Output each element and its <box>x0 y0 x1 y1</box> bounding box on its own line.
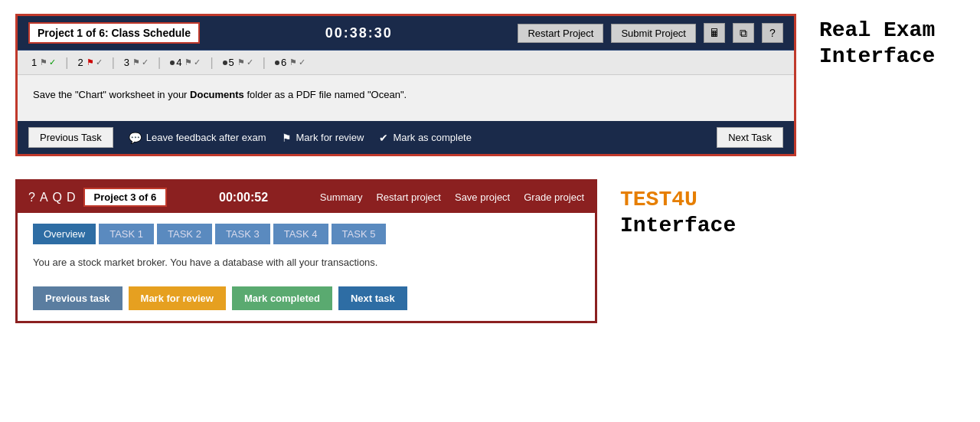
help-icon[interactable]: ? <box>762 23 783 43</box>
exam-footer: Previous Task 💬 Leave feedback after exa… <box>18 121 794 154</box>
t4u-save-link[interactable]: Save project <box>455 191 510 203</box>
t4u-question-icon[interactable]: ? <box>28 191 35 204</box>
t4u-tab-task3[interactable]: TASK 3 <box>215 224 270 244</box>
exam-tab-6[interactable]: 6 ⚑ ✓ <box>269 55 312 70</box>
tab5-dot <box>223 61 227 65</box>
tab6-flag-icon: ⚑ <box>289 57 297 67</box>
t4u-next-task-button[interactable]: Next task <box>338 286 407 310</box>
feedback-icon: 💬 <box>129 132 142 144</box>
t4u-a-icon[interactable]: A <box>40 191 48 204</box>
next-task-button[interactable]: Next Task <box>717 127 783 148</box>
test4u-panel: ? A Q D Project 3 of 6 00:00:52 Summary … <box>15 179 597 323</box>
exam-task-content: Save the "Chart" worksheet in your Docum… <box>18 75 794 121</box>
exam-task-tabs: 1 ⚑ ✓ | 2 ⚑ ✓ | 3 ⚑ ✓ <box>18 51 794 75</box>
tab2-check-icon: ✓ <box>96 57 103 67</box>
flag-icon: ⚑ <box>282 132 292 144</box>
tab4-flag-icon: ⚑ <box>185 57 192 67</box>
tab4-dot <box>170 61 175 65</box>
test4u-label: TEST4U Interface <box>620 187 736 238</box>
leave-feedback-action[interactable]: 💬 Leave feedback after exam <box>129 132 266 144</box>
exam-tab-1[interactable]: 1 ⚑ ✓ <box>25 55 62 70</box>
t4u-tab-task1[interactable]: TASK 1 <box>99 224 154 244</box>
t4u-mark-review-button[interactable]: Mark for review <box>129 286 226 310</box>
exam-tab-4[interactable]: 4 ⚑ ✓ <box>164 55 207 70</box>
t4u-restart-link[interactable]: Restart project <box>376 191 441 203</box>
tab1-check-icon: ✓ <box>49 57 56 67</box>
exam-tab-3[interactable]: 3 ⚑ ✓ <box>118 55 155 70</box>
real-exam-label: Real Exam Interface <box>819 18 935 69</box>
calculator-icon[interactable]: 🖩 <box>704 23 725 43</box>
real-exam-panel: Project 1 of 6: Class Schedule 00:38:30 … <box>15 14 796 156</box>
submit-project-button[interactable]: Submit Project <box>611 24 696 43</box>
tab6-check-icon: ✓ <box>299 57 305 67</box>
checkmark-icon: ✔ <box>379 132 388 144</box>
exam-header: Project 1 of 6: Class Schedule 00:38:30 … <box>18 16 794 51</box>
tab1-flag-icon: ⚑ <box>40 57 47 67</box>
mark-review-action[interactable]: ⚑ Mark for review <box>282 132 364 144</box>
t4u-summary-link[interactable]: Summary <box>320 191 363 203</box>
tab6-dot <box>275 61 279 65</box>
t4u-grade-link[interactable]: Grade project <box>524 191 584 203</box>
t4u-header: ? A Q D Project 3 of 6 00:00:52 Summary … <box>18 182 595 213</box>
t4u-footer: Previous task Mark for review Mark compl… <box>33 286 580 310</box>
t4u-tab-task5[interactable]: TASK 5 <box>332 224 387 244</box>
exam-tab-5[interactable]: 5 ⚑ ✓ <box>217 55 260 70</box>
t4u-d-icon[interactable]: D <box>67 191 76 204</box>
t4u-tab-task2[interactable]: TASK 2 <box>157 224 212 244</box>
tab2-flag-icon: ⚑ <box>87 57 94 67</box>
t4u-prev-task-button[interactable]: Previous task <box>33 286 122 310</box>
tab5-check-icon: ✓ <box>247 57 253 67</box>
tab4-check-icon: ✓ <box>194 57 201 67</box>
tab5-flag-icon: ⚑ <box>237 57 245 67</box>
tab3-flag-icon: ⚑ <box>132 57 140 67</box>
t4u-body: Overview TASK 1 TASK 2 TASK 3 TASK 4 TAS… <box>18 213 595 321</box>
copy-icon[interactable]: ⧉ <box>733 23 754 43</box>
tab3-check-icon: ✓ <box>142 57 149 67</box>
exam-timer: 00:38:30 <box>207 25 511 41</box>
mark-complete-action[interactable]: ✔ Mark as complete <box>379 132 472 144</box>
t4u-tab-overview[interactable]: Overview <box>33 224 96 244</box>
t4u-project-title: Project 3 of 6 <box>83 188 168 207</box>
t4u-icon-bar: ? A Q D <box>28 191 76 204</box>
t4u-content-text: You are a stock market broker. You have … <box>33 255 580 271</box>
t4u-nav: Summary Restart project Save project Gra… <box>320 191 584 203</box>
restart-project-button[interactable]: Restart Project <box>518 24 603 43</box>
exam-tab-2[interactable]: 2 ⚑ ✓ <box>71 55 108 70</box>
t4u-timer: 00:00:52 <box>175 191 312 204</box>
t4u-tabs: Overview TASK 1 TASK 2 TASK 3 TASK 4 TAS… <box>33 224 580 244</box>
t4u-q-icon[interactable]: Q <box>53 191 62 204</box>
exam-project-title: Project 1 of 6: Class Schedule <box>28 22 200 44</box>
prev-task-button[interactable]: Previous Task <box>28 127 113 148</box>
t4u-tab-task4[interactable]: TASK 4 <box>273 224 328 244</box>
t4u-mark-complete-button[interactable]: Mark completed <box>232 286 332 310</box>
